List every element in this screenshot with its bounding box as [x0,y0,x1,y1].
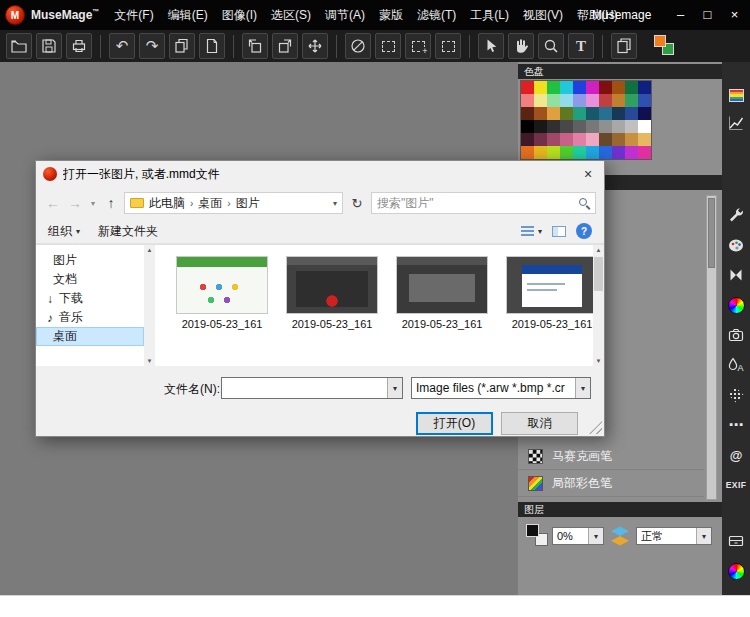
palette-swatch[interactable] [547,94,560,107]
new-document-button[interactable] [199,33,225,59]
palette-swatch[interactable] [521,133,534,146]
up-button[interactable]: ↑ [102,195,120,211]
minimize-button[interactable]: – [667,0,694,30]
menu-item[interactable]: 蒙版 [372,3,410,28]
palette-swatch[interactable] [560,120,573,133]
palette-swatch[interactable] [612,133,625,146]
resize-grip[interactable] [589,421,602,434]
file-item[interactable]: 2019-05-23_161 [285,256,379,366]
change-view-button[interactable]: ▾ [521,226,542,237]
palette-swatch[interactable] [560,94,573,107]
pointer-tool-button[interactable] [478,33,504,59]
palette-swatch[interactable] [599,94,612,107]
scrollbar-thumb[interactable] [594,257,603,291]
palette-swatch[interactable] [612,94,625,107]
sidebar-item-desktop[interactable]: 桌面 [36,327,144,346]
palette-swatch[interactable] [638,107,651,120]
palette-swatch[interactable] [586,146,599,159]
resize-canvas-button[interactable] [302,33,328,59]
zoom-tool-button[interactable] [538,33,564,59]
hand-tool-button[interactable] [508,33,534,59]
organize-button[interactable]: 组织▾ [48,223,80,240]
dialog-title-bar[interactable]: 打开一张图片, 或者.mmd文件 × [36,161,604,187]
noise-grain-icon[interactable] [725,384,747,406]
sidebar-item-pictures[interactable]: 图片 [36,251,144,270]
menu-item[interactable]: 编辑(E) [161,3,215,28]
redo-button[interactable]: ↷ [139,33,165,59]
menu-item[interactable]: 文件(F) [107,3,160,28]
palette-swatch[interactable] [625,81,638,94]
sidebar-item-downloads[interactable]: ↓下载 [36,289,144,308]
palette-swatch[interactable] [521,120,534,133]
palette-swatch[interactable] [534,81,547,94]
liquify-drop-icon[interactable]: A [725,354,747,376]
color-picker-wheel-icon[interactable] [725,560,747,582]
search-input[interactable] [377,196,579,210]
menu-item[interactable]: 工具(L) [463,3,516,28]
breadcrumb-item[interactable]: 桌面 [198,195,222,212]
palette-swatch[interactable] [534,146,547,159]
history-dropdown-icon[interactable]: ▾ [88,199,98,208]
palette-swatch[interactable] [625,107,638,120]
palette-swatch[interactable] [638,120,651,133]
distort-tool-icon[interactable] [725,264,747,286]
filename-combobox[interactable]: ▾ [221,377,403,399]
menu-item[interactable]: 视图(V) [516,3,570,28]
menu-item[interactable]: 调节(A) [318,3,372,28]
palette-swatch[interactable] [599,120,612,133]
marquee-select-button[interactable] [375,33,401,59]
rotate-canvas-right-button[interactable] [272,33,298,59]
scroll-down-icon[interactable]: ▼ [147,358,153,364]
breadcrumb-item[interactable]: 此电脑 [149,195,185,212]
open-file-button[interactable] [6,33,32,59]
new-folder-button[interactable]: 新建文件夹 [98,223,158,240]
layers-icon[interactable] [609,526,631,546]
curves-icon[interactable] [725,112,747,134]
file-list-scrollbar[interactable]: ▲ ▼ [593,245,604,366]
menu-item[interactable]: 滤镜(T) [410,3,463,28]
at-watermark-icon[interactable]: @ [725,444,747,466]
palette-swatch[interactable] [521,81,534,94]
palette-swatch[interactable] [547,120,560,133]
address-dropdown-icon[interactable]: ▾ [333,199,337,208]
undo-button[interactable]: ↶ [109,33,135,59]
search-box[interactable] [371,192,596,214]
palette-swatch[interactable] [573,107,586,120]
palette-swatch[interactable] [612,146,625,159]
save-button[interactable] [36,33,62,59]
palette-swatch[interactable] [586,94,599,107]
deselect-button[interactable] [345,33,371,59]
palette-swatch[interactable] [612,81,625,94]
palette-swatch[interactable] [534,133,547,146]
palette-swatch[interactable] [638,146,651,159]
back-button[interactable]: ← [44,195,62,211]
dialog-close-button[interactable]: × [572,161,604,187]
palette-swatch[interactable] [599,133,612,146]
palette-swatch[interactable] [586,133,599,146]
palette-swatch[interactable] [612,107,625,120]
chevron-down-icon[interactable]: ▾ [696,528,711,544]
palette-swatch[interactable] [573,120,586,133]
palette-swatch[interactable] [612,120,625,133]
palette-swatch[interactable] [573,94,586,107]
palette-swatch[interactable] [625,146,638,159]
palette-icon[interactable] [725,234,747,256]
palette-swatch[interactable] [560,81,573,94]
wrench-icon[interactable] [725,204,747,226]
maximize-button[interactable]: □ [694,0,721,30]
palette-swatch[interactable] [560,133,573,146]
palette-swatch[interactable] [534,120,547,133]
palette-swatch[interactable] [599,81,612,94]
scroll-up-icon[interactable]: ▲ [596,247,602,253]
blend-mode-combobox[interactable]: 正常 ▾ [636,527,712,545]
palette-swatch[interactable] [547,81,560,94]
cancel-button[interactable]: 取消 [501,412,578,435]
exif-panel-icon[interactable]: EXIF [725,474,747,496]
camera-icon[interactable] [725,324,747,346]
palette-swatch[interactable] [547,107,560,120]
preview-pane-button[interactable] [552,226,566,237]
menu-item[interactable]: 图像(I) [215,3,264,28]
palette-swatch[interactable] [586,81,599,94]
palette-swatch[interactable] [560,146,573,159]
palette-swatch[interactable] [534,94,547,107]
